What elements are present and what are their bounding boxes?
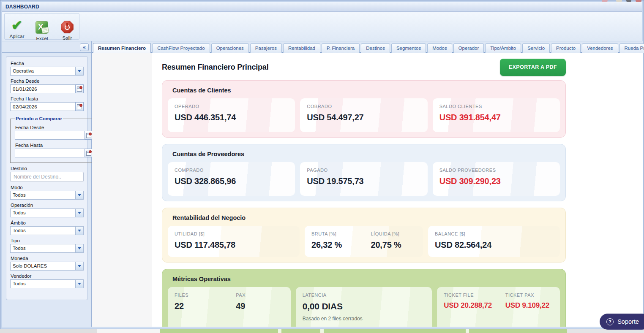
- modo-select-value: Todos: [11, 191, 75, 199]
- tab-pasajeros[interactable]: Pasajeros: [250, 43, 282, 53]
- operacion-select[interactable]: Todos: [10, 208, 84, 217]
- background-window-controls-artifact: [616, 0, 622, 2]
- chevron-down-icon: [75, 244, 83, 252]
- tab-p-financiera[interactable]: P. Financiera: [322, 43, 360, 53]
- ambito-select[interactable]: Todos: [10, 226, 84, 235]
- support-label: Soporte: [617, 318, 639, 325]
- compare-fecha-desde-label: Fecha Desde: [15, 125, 93, 130]
- periodo-a-comparar-legend: Periodo a Comparar: [15, 116, 63, 121]
- metric-operado: OPERADO USD 446.351,74: [168, 98, 295, 132]
- fecha-desde-input[interactable]: [10, 84, 75, 93]
- metric-comprado: COMPRADO USD 328.865,96: [168, 162, 295, 196]
- compare-fecha-desde-input[interactable]: [15, 131, 85, 140]
- tipo-select[interactable]: Todos: [10, 244, 84, 253]
- metric-tickets: TICKET FILE USD 20.288,72 TICKET PAX USD…: [437, 287, 560, 327]
- fecha-desde-calendar-button[interactable]: [75, 84, 84, 93]
- latencia-caption: Basado en 2 files cerrados: [303, 316, 426, 322]
- vendedor-select-value: Todos: [11, 280, 75, 288]
- background-window-controls-artifact: [636, 0, 641, 2]
- fecha-hasta-label: Fecha Hasta: [11, 96, 84, 101]
- metric-latencia: LATENCIA 0,00 DIAS Basado en 2 files cer…: [296, 287, 432, 327]
- tab-resumen-financiero[interactable]: Resumen Financiero: [93, 43, 151, 53]
- metric-pax: PAX 49: [229, 287, 290, 327]
- tab-operador[interactable]: Operador: [453, 43, 484, 53]
- tab-cashflow-proyectado[interactable]: CashFlow Proyectado: [152, 43, 210, 53]
- cards-container: Cuentas de Clientes OPERADO USD 446.351,…: [162, 80, 566, 327]
- metric-bruta-liquida: BRUTA [%] 26,32 % LÍQUIDA [%] 20,75 %: [305, 226, 423, 257]
- fecha-select-value: Operativa: [11, 67, 75, 75]
- fecha-hasta-calendar-button[interactable]: [75, 102, 84, 111]
- calendar-icon: [86, 151, 91, 156]
- modo-select[interactable]: Todos: [10, 191, 84, 200]
- card-title: Cuentas de Proveedores: [172, 151, 560, 157]
- tab-destinos[interactable]: Destinos: [361, 43, 390, 53]
- tab-modos[interactable]: Modos: [427, 43, 452, 53]
- toolbar: ✔ Aplicar X Excel Salir: [2, 12, 642, 41]
- tab-operaciones[interactable]: Operaciones: [211, 43, 249, 53]
- compare-fecha-hasta-label: Fecha Hasta: [15, 143, 93, 148]
- card-title: Métricas Operativas: [172, 276, 560, 282]
- metric-pagado: PAGADO USD 19.575,73: [300, 162, 427, 196]
- metric-saldo-clientes: SALDO CLIENTES USD 391.854,47: [433, 98, 560, 132]
- excel-icon: X: [35, 21, 48, 34]
- app-window: DASHBOARD ✔ Aplicar X Excel Salir: [0, 0, 644, 329]
- calendar-icon: [86, 133, 91, 138]
- destino-input[interactable]: [10, 172, 84, 182]
- calendar-icon: [77, 87, 82, 92]
- aplicar-button[interactable]: ✔ Aplicar: [6, 14, 28, 39]
- tipo-label: Tipo: [11, 238, 84, 243]
- excel-label: Excel: [36, 36, 48, 41]
- fecha-label: Fecha: [11, 61, 84, 66]
- chevron-down-icon: [75, 67, 83, 75]
- metric-ticket-pax: TICKET PAX USD 9.109,22: [499, 287, 560, 327]
- tab-vendedores[interactable]: Vendedores: [582, 43, 618, 53]
- tab-rueda-progreso[interactable]: Rueda Progreso: [619, 43, 644, 53]
- ambito-select-value: Todos: [11, 227, 75, 235]
- moneda-select-value: Solo DOLARES: [11, 262, 75, 270]
- background-content-sliver: [0, 329, 644, 333]
- sidebar-collapse-strip: «: [2, 41, 91, 53]
- operacion-select-value: Todos: [11, 209, 75, 217]
- metric-saldo-proveedores: SALDO PROVEEDORES USD 309.290,23: [433, 162, 560, 196]
- vendedor-select[interactable]: Todos: [10, 279, 84, 288]
- compare-fecha-desde-calendar-button[interactable]: [85, 131, 93, 140]
- check-icon: ✔: [11, 19, 23, 32]
- toolbar-button-group: ✔ Aplicar X Excel Salir: [4, 13, 79, 40]
- power-icon: [61, 20, 74, 34]
- tab-rentabilidad[interactable]: Rentabilidad: [283, 43, 320, 53]
- compare-fecha-hasta-input[interactable]: [15, 149, 85, 157]
- periodo-a-comparar-group: Periodo a Comparar Fecha Desde Fecha Has…: [10, 116, 98, 163]
- destino-label: Destino: [11, 166, 84, 171]
- background-window-controls-artifact: [602, 0, 608, 2]
- sidebar-collapse-button[interactable]: «: [80, 43, 89, 51]
- card-cuentas-clientes: Cuentas de Clientes OPERADO USD 446.351,…: [162, 80, 566, 138]
- chevron-down-icon: [75, 262, 83, 270]
- metric-balance: BALANCE [$] USD 82.564,24: [428, 226, 560, 257]
- tab-tipo-ambito[interactable]: Tipo/Ámbito: [485, 43, 521, 53]
- card-cuentas-proveedores: Cuentas de Proveedores COMPRADO USD 328.…: [162, 144, 566, 201]
- support-button[interactable]: ? Soporte: [600, 314, 644, 330]
- tab-producto[interactable]: Producto: [551, 43, 581, 53]
- fecha-select[interactable]: Operativa: [10, 67, 84, 76]
- card-title: Cuentas de Clientes: [172, 87, 560, 94]
- fecha-hasta-input[interactable]: [10, 102, 75, 111]
- tab-bar: Resumen Financiero CashFlow Proyectado O…: [92, 41, 643, 53]
- excel-button[interactable]: X Excel: [31, 16, 53, 41]
- salir-button[interactable]: Salir: [56, 16, 78, 41]
- tab-servicio[interactable]: Servicio: [522, 43, 550, 53]
- export-pdf-button[interactable]: EXPORTAR A PDF: [500, 59, 566, 76]
- moneda-label: Moneda: [11, 256, 84, 261]
- content-area: Resumen Financiero CashFlow Proyectado O…: [92, 41, 643, 327]
- compare-fecha-hasta-calendar-button[interactable]: [85, 149, 93, 157]
- ambito-label: Ámbito: [11, 220, 84, 225]
- chevron-down-icon: [75, 191, 83, 199]
- moneda-select[interactable]: Solo DOLARES: [10, 262, 84, 271]
- metric-bruta: BRUTA [%] 26,32 %: [305, 226, 364, 257]
- salir-label: Salir: [62, 35, 72, 41]
- page-title: Resumen Financiero Principal: [162, 63, 268, 72]
- aplicar-label: Aplicar: [9, 34, 24, 39]
- tipo-select-value: Todos: [11, 244, 75, 252]
- tab-segmentos[interactable]: Segmentos: [391, 43, 426, 53]
- title-bar: DASHBOARD: [2, 2, 642, 12]
- question-icon: ?: [606, 318, 614, 325]
